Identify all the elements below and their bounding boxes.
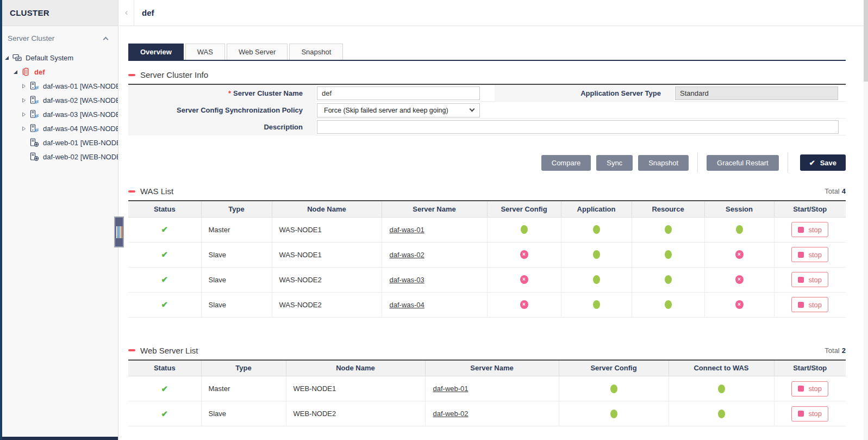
check-icon: ✔ — [809, 159, 815, 167]
stop-button[interactable]: stop — [791, 222, 828, 237]
stop-square-icon — [798, 277, 804, 283]
compare-button[interactable]: Compare — [541, 155, 591, 171]
tree-node-daf-was-02[interactable]: daf-was-02 [WAS-NODE1] — [0, 93, 118, 107]
green-check-icon: ✔ — [161, 384, 168, 393]
green-dot-icon — [736, 225, 743, 234]
stop-button[interactable]: stop — [791, 297, 828, 312]
stop-button[interactable]: stop — [791, 272, 828, 287]
chevron-left-icon[interactable]: ‹ — [119, 0, 134, 26]
cell-node-name: WAS-NODE2 — [272, 267, 382, 292]
tree-node-label: daf-web-02 [WEB-NODE2] — [43, 153, 118, 161]
was-server-icon — [30, 124, 40, 133]
cell-type: Master — [201, 376, 286, 401]
pink-x-icon: × — [735, 250, 744, 259]
pink-x-icon: × — [735, 275, 744, 284]
description-input[interactable] — [317, 120, 839, 134]
section-title: Server Cluster Info — [140, 70, 208, 79]
web-server-table: StatusTypeNode NameServer NameServer Con… — [128, 360, 846, 427]
collapsed-arrow-icon[interactable] — [22, 112, 30, 117]
table-row: ✔SlaveWEB-NODE2daf-web-02stop — [128, 401, 846, 426]
tab-overview[interactable]: Overview — [128, 44, 184, 60]
was-server-icon — [30, 96, 40, 104]
green-check-icon: ✔ — [161, 409, 168, 418]
cell-type: Slave — [201, 242, 272, 267]
section-was-list: WAS List Total4 — [128, 187, 846, 196]
green-dot-icon — [610, 385, 617, 393]
server-name-link[interactable]: daf-was-03 — [390, 276, 424, 284]
column-header-node-name: Node Name — [272, 201, 382, 217]
green-check-icon: ✔ — [161, 250, 168, 259]
green-dot-icon — [610, 410, 617, 418]
column-header-session: Session — [704, 201, 774, 217]
tab-snapshot[interactable]: Snapshot — [289, 44, 343, 60]
collapsed-arrow-icon[interactable] — [22, 98, 30, 103]
tree-node-daf-was-01[interactable]: daf-was-01 [WAS-NODE1] — [0, 79, 118, 93]
column-header-type: Type — [201, 201, 272, 217]
column-header-action: Start/Stop — [774, 201, 846, 217]
application-server-type-label: Application Server Type — [495, 85, 674, 102]
server-name-link[interactable]: daf-web-02 — [433, 410, 469, 418]
column-header-server-name: Server Name — [425, 360, 559, 376]
tab-web-server[interactable]: Web Server — [227, 44, 288, 60]
sidebar-splitter-handle[interactable] — [114, 216, 124, 247]
topbar: ‹ def — [119, 0, 868, 26]
tab-was[interactable]: WAS — [185, 44, 225, 60]
stop-button[interactable]: stop — [791, 406, 828, 422]
cluster-icon — [21, 67, 32, 76]
column-header-node-name: Node Name — [286, 360, 425, 376]
sync-button[interactable]: Sync — [596, 155, 633, 171]
table-row: ✔SlaveWAS-NODE1daf-was-02××stop — [128, 242, 846, 267]
sidebar-accent-bar — [0, 0, 2, 440]
system-icon — [13, 53, 23, 62]
tree-node-daf-web-02[interactable]: daf-web-02 [WEB-NODE2] — [0, 150, 118, 164]
tree-node-label: Default System — [26, 54, 73, 62]
table-row: ✔SlaveWAS-NODE2daf-was-04××stop — [128, 292, 846, 317]
tree-node-label: daf-web-01 [WEB-NODE1] — [43, 139, 118, 147]
server-cluster-name-input[interactable] — [317, 86, 480, 100]
server-name-link[interactable]: daf-web-01 — [433, 385, 469, 393]
main-content: OverviewWASWeb ServerSnapshot Server Clu… — [119, 27, 868, 440]
cell-node-name: WAS-NODE1 — [272, 217, 382, 242]
scrollbar-thumb[interactable] — [864, 0, 868, 82]
stop-square-icon — [798, 252, 804, 258]
pink-x-icon: × — [520, 300, 528, 309]
stop-square-icon — [798, 302, 804, 308]
sync-policy-select[interactable]: Force (Skip failed server and keep going… — [317, 103, 480, 117]
green-check-icon: ✔ — [161, 300, 168, 309]
tree-node-def[interactable]: def — [0, 65, 118, 79]
column-header-server-config: Server Config — [487, 201, 561, 217]
collapsed-arrow-icon[interactable] — [22, 126, 30, 131]
tree-node-label: def — [34, 68, 45, 76]
scrollbar-track[interactable] — [864, 0, 868, 440]
was-total-count: Total4 — [825, 187, 846, 195]
stop-button[interactable]: stop — [791, 247, 828, 262]
was-server-icon — [30, 82, 40, 90]
server-name-link[interactable]: daf-was-01 — [390, 226, 424, 234]
snapshot-button[interactable]: Snapshot — [638, 155, 689, 171]
sync-policy-label: Server Config Synchronization Policy — [128, 102, 316, 119]
sync-policy-selected-value: Force (Skip failed server and keep going… — [324, 107, 448, 114]
column-header-application: Application — [561, 201, 632, 217]
graceful-restart-button[interactable]: Graceful Restart — [707, 155, 779, 171]
green-dot-icon — [718, 385, 725, 393]
expanded-arrow-icon[interactable] — [13, 70, 21, 75]
tree-node-label: daf-was-03 [WAS-NODE2] — [43, 110, 118, 119]
stop-button[interactable]: stop — [791, 381, 828, 396]
server-name-link[interactable]: daf-was-02 — [390, 251, 424, 259]
tree-node-daf-web-01[interactable]: daf-web-01 [WEB-NODE1] — [0, 135, 118, 150]
tree-node-daf-was-04[interactable]: daf-was-04 [WAS-NODE2] — [0, 121, 118, 135]
sidebar-group-server-cluster[interactable]: Server Cluster — [8, 34, 109, 42]
expanded-arrow-icon[interactable] — [4, 55, 13, 60]
was-table: StatusTypeNode NameServer NameServer Con… — [128, 200, 846, 318]
sidebar-bottom-bar — [0, 437, 118, 440]
save-button[interactable]: ✔ Save — [800, 154, 846, 171]
chevron-up-icon[interactable] — [103, 36, 109, 42]
section-dash-icon — [128, 190, 135, 193]
tree-node-label: daf-was-01 [WAS-NODE1] — [43, 82, 118, 90]
web-total-count: Total2 — [825, 346, 846, 355]
server-name-link[interactable]: daf-was-04 — [390, 301, 424, 309]
tree-node-daf-was-03[interactable]: daf-was-03 [WAS-NODE2] — [0, 107, 118, 121]
tree-node-default[interactable]: Default System — [0, 51, 118, 65]
collapsed-arrow-icon[interactable] — [22, 84, 30, 89]
cluster-info-form: *Server Cluster Name Application Server … — [128, 84, 846, 135]
